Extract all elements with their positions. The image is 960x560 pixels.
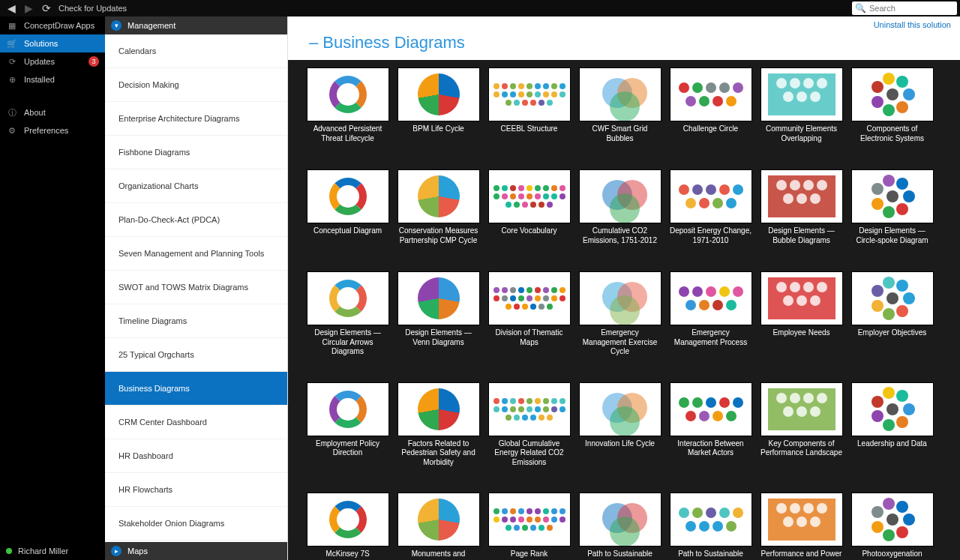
nav-label: Solutions bbox=[24, 39, 58, 48]
subcat-item[interactable]: Business Diagrams bbox=[105, 372, 287, 406]
grid-wrap[interactable]: Advanced Persistent Threat LifecycleBPM … bbox=[288, 60, 960, 560]
search-input[interactable] bbox=[869, 4, 944, 13]
diagram-tile[interactable]: Challenge Circle bbox=[668, 67, 754, 165]
subcat-item[interactable]: HR Flowcharts bbox=[105, 473, 287, 507]
tile-thumbnail bbox=[307, 169, 389, 223]
search-box[interactable]: 🔍 bbox=[852, 1, 957, 15]
subcat-item[interactable]: Organizational Charts bbox=[105, 169, 287, 203]
tile-thumbnail bbox=[579, 382, 662, 436]
diagram-tile[interactable]: Innovation Life Cycle bbox=[577, 382, 663, 489]
diagram-tile[interactable]: Path to Sustainable bbox=[668, 493, 754, 560]
subcat-item[interactable]: CRM Center Dashboard bbox=[105, 406, 287, 439]
diagram-tile[interactable]: Monuments and Memorials bbox=[395, 493, 482, 560]
diagram-tile[interactable]: Employer Objectives bbox=[849, 271, 935, 378]
diagram-tile[interactable]: Design Elements — Circular Arrows Diagra… bbox=[304, 271, 391, 378]
tile-thumbnail bbox=[851, 493, 934, 547]
diagram-tile[interactable]: Emergency Management Exercise Cycle bbox=[577, 271, 663, 378]
subcat-item[interactable]: Timeline Diagrams bbox=[105, 304, 287, 338]
tile-thumbnail bbox=[488, 169, 571, 223]
diagram-tile[interactable]: Key Components of Performance Landscape bbox=[758, 382, 844, 489]
diagram-tile[interactable]: Core Vocabulary bbox=[486, 169, 572, 267]
nav-user[interactable]: Richard Miller bbox=[0, 542, 105, 560]
diagram-tile[interactable]: Path to Sustainable bbox=[577, 493, 663, 560]
search-icon: 🔍 bbox=[852, 3, 869, 13]
tile-thumbnail bbox=[307, 271, 389, 325]
tile-label: Conservation Measures Partnership CMP Cy… bbox=[395, 223, 482, 267]
diagram-tile[interactable]: Employee Needs bbox=[758, 271, 844, 378]
tile-thumbnail bbox=[760, 271, 843, 325]
tile-thumbnail bbox=[760, 67, 843, 121]
tile-label: Advanced Persistent Threat Lifecycle bbox=[304, 121, 391, 165]
tile-thumbnail bbox=[488, 67, 571, 121]
diagram-tile[interactable]: Cumulative CO2 Emissions, 1751-2012 bbox=[577, 169, 663, 267]
diagram-tile[interactable]: Leadership and Data bbox=[849, 382, 935, 489]
subcat-item[interactable]: Fishbone Diagrams bbox=[105, 136, 287, 169]
diagram-tile[interactable]: Design Elements — Circle-spoke Diagram bbox=[849, 169, 935, 267]
diagram-tile[interactable]: Deposit Energy Change, 1971-2010 bbox=[668, 169, 754, 267]
tile-thumbnail bbox=[488, 493, 571, 547]
diagram-tile[interactable]: McKinsey 7S Framework bbox=[304, 493, 391, 560]
uninstall-link[interactable]: Uninstall this solution bbox=[874, 20, 951, 29]
tile-thumbnail bbox=[670, 493, 752, 547]
subcat-item[interactable]: Calendars bbox=[105, 34, 287, 68]
nav-solutions[interactable]: 🛒 Solutions bbox=[0, 34, 105, 52]
tile-label: Photooxygenation bbox=[860, 547, 923, 560]
diagram-tile[interactable]: Factors Related to Pedestrian Safety and… bbox=[395, 382, 482, 489]
tile-thumbnail bbox=[398, 382, 480, 436]
tile-label: Design Elements — Circular Arrows Diagra… bbox=[304, 325, 391, 378]
nav-conceptdraw-apps[interactable]: ▦ ConceptDraw Apps bbox=[0, 16, 105, 34]
tile-label: Performance and Power bbox=[760, 547, 844, 560]
nav-label: Updates bbox=[24, 57, 55, 66]
subcat-item[interactable]: SWOT and TOWS Matrix Diagrams bbox=[105, 271, 287, 304]
diagram-tile[interactable]: Community Elements Overlapping bbox=[758, 67, 844, 165]
diagram-tile[interactable]: CEEBL Structure bbox=[486, 67, 572, 165]
subcat-item[interactable]: HR Dashboard bbox=[105, 439, 287, 473]
tile-label: Employment Policy Direction bbox=[304, 436, 391, 480]
diagram-tile[interactable]: Components of Electronic Systems bbox=[849, 67, 935, 165]
diagram-tile[interactable]: Page Rank bbox=[486, 493, 572, 560]
refresh-icon[interactable]: ⟳ bbox=[38, 2, 56, 14]
check-updates-link[interactable]: Check for Updates bbox=[58, 4, 127, 13]
nav-about[interactable]: ⓘ About bbox=[0, 103, 105, 121]
tile-label: Page Rank bbox=[509, 547, 549, 560]
diagram-tile[interactable]: Advanced Persistent Threat Lifecycle bbox=[304, 67, 391, 165]
tile-label: Division of Thematic Maps bbox=[486, 325, 572, 369]
diagram-tile[interactable]: Design Elements — Bubble Diagrams bbox=[758, 169, 844, 267]
tile-thumbnail bbox=[307, 493, 389, 547]
tile-label: Emergency Management Exercise Cycle bbox=[577, 325, 663, 378]
tile-label: McKinsey 7S Framework bbox=[304, 547, 391, 560]
diagram-tile[interactable]: BPM Life Cycle bbox=[395, 67, 482, 165]
diagram-tile[interactable]: Division of Thematic Maps bbox=[486, 271, 572, 378]
diagram-tile[interactable]: Conceptual Diagram bbox=[304, 169, 391, 267]
nav-preferences[interactable]: ⚙ Preferences bbox=[0, 121, 105, 139]
subcat-item[interactable]: 25 Typical Orgcharts bbox=[105, 338, 287, 372]
subcat-item[interactable]: Stakeholder Onion Diagrams bbox=[105, 507, 287, 541]
back-icon[interactable]: ◀ bbox=[3, 2, 20, 14]
subcat-item[interactable]: Plan-Do-Check-Act (PDCA) bbox=[105, 203, 287, 237]
nav-label: Preferences bbox=[24, 126, 68, 135]
nav-installed[interactable]: ⊕ Installed bbox=[0, 70, 105, 88]
tile-label: Emergency Management Process bbox=[668, 325, 754, 369]
diagram-tile[interactable]: Emergency Management Process bbox=[668, 271, 754, 378]
diagram-tile[interactable]: Conservation Measures Partnership CMP Cy… bbox=[395, 169, 482, 267]
nav-updates[interactable]: ⟳ Updates 3 bbox=[0, 52, 105, 70]
diagram-tile[interactable]: Performance and Power bbox=[758, 493, 844, 560]
info-icon: ⓘ bbox=[6, 107, 18, 118]
subcat-list: CalendarsDecision MakingEnterprise Archi… bbox=[105, 34, 287, 542]
diagram-tile[interactable]: Global Cumulative Energy Related CO2 Emi… bbox=[486, 382, 572, 489]
tile-thumbnail bbox=[398, 271, 480, 325]
tile-thumbnail bbox=[307, 382, 389, 436]
tile-thumbnail bbox=[670, 67, 752, 121]
subcat-item[interactable]: Seven Management and Planning Tools bbox=[105, 237, 287, 271]
diagram-tile[interactable]: Interaction Between Market Actors bbox=[668, 382, 754, 489]
tile-label: Challenge Circle bbox=[682, 121, 740, 165]
subcat-item[interactable]: Enterprise Architecture Diagrams bbox=[105, 102, 287, 136]
subcat-header-management[interactable]: ▾ Management bbox=[105, 16, 287, 34]
diagram-tile[interactable]: Design Elements — Venn Diagrams bbox=[395, 271, 482, 378]
diagram-tile[interactable]: CWF Smart Grid Bubbles bbox=[577, 67, 663, 165]
tile-label: Interaction Between Market Actors bbox=[668, 436, 754, 480]
diagram-tile[interactable]: Photooxygenation bbox=[849, 493, 935, 560]
subcat-header-maps[interactable]: ▸ Maps bbox=[105, 542, 287, 560]
diagram-tile[interactable]: Employment Policy Direction bbox=[304, 382, 391, 489]
subcat-item[interactable]: Decision Making bbox=[105, 68, 287, 102]
